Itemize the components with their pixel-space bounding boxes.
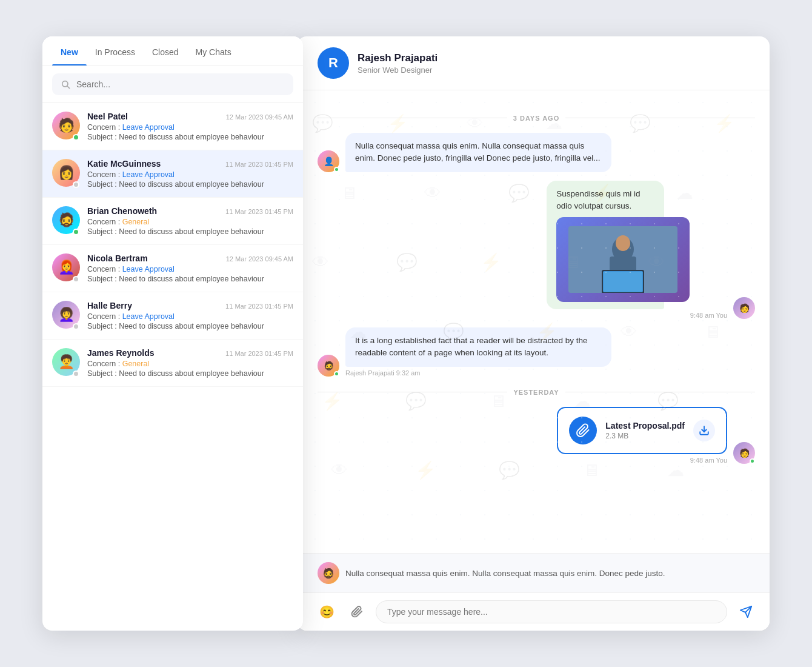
msg-bubble: It is a long established fact that a rea…: [345, 327, 611, 367]
app-container: New In Process Closed My Chats: [42, 36, 770, 631]
chat-list-item[interactable]: 🧑‍🦱 James Reynolds 11 Mar 2023 01:45 PM …: [42, 340, 303, 387]
chat-header: R Rajesh Prajapati Senior Web Designer: [303, 36, 770, 90]
partial-message: 🧔 Nulla consequat massa quis enim. Nulla…: [303, 553, 770, 592]
download-icon: [699, 425, 710, 436]
header-role: Senior Web Designer: [358, 65, 755, 75]
msg-time: 9:48 am You: [557, 457, 727, 464]
msg-content: Suspendisse quis mi id odio volutpat cur…: [547, 181, 727, 320]
avatar-wrapper: 👩‍🦱: [52, 301, 80, 330]
chat-info-top: Brian Chenoweth 11 Mar 2023 01:45 PM: [87, 206, 293, 216]
chat-info-top: James Reynolds 11 Mar 2023 01:45 PM: [87, 348, 293, 358]
msg-time: 9:48 am You: [547, 312, 727, 319]
chat-time: 12 Mar 2023 09:45 AM: [226, 113, 293, 121]
chat-time: 12 Mar 2023 09:45 AM: [226, 255, 293, 263]
status-indicator: [73, 229, 79, 235]
search-input[interactable]: [76, 79, 285, 89]
message-row: 🧑 Suspendisse quis mi id odio volutpat c…: [318, 181, 755, 320]
chat-info: Nicola Bertram 12 Mar 2023 09:45 AM Conc…: [87, 253, 293, 283]
chat-list-item[interactable]: 👩 Katie McGuinness 11 Mar 2023 01:45 PM …: [42, 150, 303, 198]
header-avatar: R: [318, 47, 349, 79]
header-info: Rajesh Prajapati Senior Web Designer: [358, 52, 755, 75]
chat-name: Neel Patel: [87, 112, 128, 121]
message-row: 🧑 Latest Proposal.pdf 2.3 MB: [318, 407, 755, 464]
chat-list-item[interactable]: 🧔 Brian Chenoweth 11 Mar 2023 01:45 PM C…: [42, 198, 303, 245]
chat-time: 11 Mar 2023 01:45 PM: [225, 350, 293, 357]
tab-new[interactable]: New: [52, 36, 87, 65]
chat-time: 11 Mar 2023 01:45 PM: [225, 303, 293, 310]
avatar-wrapper: 🧑: [52, 112, 80, 141]
chat-time: 11 Mar 2023 01:45 PM: [225, 161, 293, 168]
tabs-bar: New In Process Closed My Chats: [42, 36, 303, 66]
msg-avatar: 🧑: [733, 297, 755, 319]
send-icon: [739, 605, 753, 618]
msg-avatar: 🧔: [318, 355, 339, 377]
file-size: 2.3 MB: [605, 432, 685, 440]
chat-name: Halle Berry: [87, 301, 132, 310]
message-row: 🧔 It is a long established fact that a r…: [318, 327, 755, 377]
chat-list: 🧑 Neel Patel 12 Mar 2023 09:45 AM Concer…: [42, 103, 303, 631]
msg-content: Latest Proposal.pdf 2.3 MB 9:48: [557, 407, 727, 464]
concern-tag: Leave Approval: [122, 123, 175, 132]
online-indicator: [334, 167, 339, 172]
download-button[interactable]: [693, 420, 715, 441]
chat-concern: Concern : Leave Approval: [87, 265, 293, 273]
search-icon: [61, 79, 70, 89]
chat-subject: Subject : Need to discuss about employee…: [87, 322, 293, 330]
partial-avatar: 🧔: [318, 562, 339, 584]
msg-avatar: 👤: [318, 150, 339, 172]
tab-in-process[interactable]: In Process: [87, 36, 144, 65]
chat-concern: Concern : General: [87, 218, 293, 226]
chat-concern: Concern : Leave Approval: [87, 312, 293, 321]
concern-tag: General: [122, 360, 149, 368]
tab-closed[interactable]: Closed: [144, 36, 187, 65]
chat-name: Nicola Bertram: [87, 253, 148, 263]
chat-info-top: Neel Patel 12 Mar 2023 09:45 AM: [87, 112, 293, 121]
chat-info: Katie McGuinness 11 Mar 2023 01:45 PM Co…: [87, 159, 293, 189]
search-bar: [42, 66, 303, 103]
chat-concern: Concern : Leave Approval: [87, 123, 293, 132]
input-bar: 😊: [303, 592, 770, 631]
svg-line-1: [67, 86, 70, 89]
message-input[interactable]: [376, 600, 727, 623]
msg-content: Nulla consequat massa quis enim. Nulla c…: [345, 133, 755, 172]
chat-subject: Subject : Need to discuss about employee…: [87, 227, 293, 236]
paperclip-icon: [576, 423, 590, 438]
attachment-button[interactable]: [345, 600, 368, 623]
file-name: Latest Proposal.pdf: [605, 421, 685, 431]
attachment-icon: [351, 606, 363, 618]
day-divider-3days: 3 DAYS AGO: [318, 112, 755, 123]
msg-bubble: Suspendisse quis mi id odio volutpat cur…: [547, 181, 664, 310]
msg-content: It is a long established fact that a rea…: [345, 327, 755, 377]
day-divider-yesterday: YESTERDAY: [318, 386, 755, 397]
status-indicator: [73, 370, 79, 377]
chat-concern: Concern : General: [87, 360, 293, 368]
chat-subject: Subject : Need to discuss about employee…: [87, 133, 293, 141]
svg-point-4: [616, 235, 630, 251]
emoji-button[interactable]: 😊: [315, 600, 338, 623]
tab-my-chats[interactable]: My Chats: [187, 36, 240, 65]
chat-info: Halle Berry 11 Mar 2023 01:45 PM Concern…: [87, 301, 293, 330]
avatar-wrapper: 🧑‍🦱: [52, 348, 80, 378]
concern-tag: Leave Approval: [122, 265, 175, 273]
avatar-wrapper: 👩‍🦰: [52, 253, 80, 283]
chat-subject: Subject : Need to discuss about employee…: [87, 180, 293, 189]
chat-list-item[interactable]: 👩‍🦱 Halle Berry 11 Mar 2023 01:45 PM Con…: [42, 292, 303, 340]
avatar-wrapper: 🧔: [52, 206, 80, 236]
chat-list-item[interactable]: 🧑 Neel Patel 12 Mar 2023 09:45 AM Concer…: [42, 103, 303, 150]
chat-name: James Reynolds: [87, 348, 155, 358]
left-panel: New In Process Closed My Chats: [42, 36, 303, 631]
status-indicator: [73, 181, 79, 188]
chat-concern: Concern : Leave Approval: [87, 170, 293, 179]
svg-rect-9: [604, 272, 642, 292]
concern-tag: Leave Approval: [122, 170, 175, 179]
chat-list-item[interactable]: 👩‍🦰 Nicola Bertram 12 Mar 2023 09:45 AM …: [42, 245, 303, 292]
chat-info-top: Halle Berry 11 Mar 2023 01:45 PM: [87, 301, 293, 310]
message-row: 👤 Nulla consequat massa quis enim. Nulla…: [318, 133, 755, 172]
msg-sender-time: Rajesh Prajapati 9:32 am: [345, 369, 755, 377]
status-indicator: [73, 323, 79, 330]
header-name: Rajesh Prajapati: [358, 52, 755, 64]
chat-info: Neel Patel 12 Mar 2023 09:45 AM Concern …: [87, 112, 293, 141]
avatar-wrapper: 👩: [52, 159, 80, 189]
chat-subject: Subject : Need to discuss about employee…: [87, 275, 293, 283]
send-button[interactable]: [734, 600, 757, 623]
